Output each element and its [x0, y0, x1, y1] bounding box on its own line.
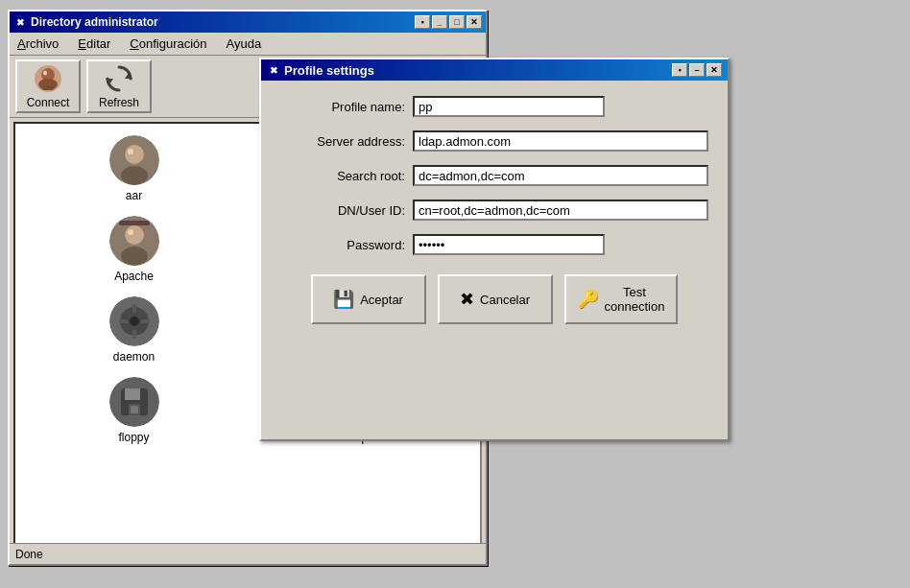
app-icon: ✖: [13, 15, 27, 29]
list-item[interactable]: aar: [23, 131, 245, 206]
svg-rect-40: [132, 330, 136, 339]
menu-bar: Archivo Editar Configuración Ayuda: [10, 33, 486, 56]
list-item[interactable]: daemon: [23, 293, 245, 367]
password-label: Password:: [280, 238, 405, 252]
avatar: [109, 216, 159, 266]
user-label: daemon: [113, 350, 155, 364]
refresh-label: Refresh: [99, 96, 139, 109]
search-root-input[interactable]: [413, 165, 708, 186]
dialog-buttons: 💾 Aceptar ✖ Cancelar 🔑 Testconnection: [280, 274, 708, 324]
profile-name-input[interactable]: [413, 96, 605, 117]
dialog-title-bar: ✖ Profile settings ▪ – ✕: [261, 59, 728, 81]
dialog-title-text: Profile settings: [284, 63, 374, 78]
svg-rect-38: [141, 319, 150, 323]
accept-button[interactable]: 💾 Aceptar: [311, 274, 426, 324]
menu-archivo[interactable]: Archivo: [13, 35, 62, 53]
svg-point-21: [128, 229, 133, 235]
menu-configuracion[interactable]: Configuración: [126, 35, 210, 53]
svg-point-9: [121, 166, 148, 185]
avatar: [109, 377, 159, 427]
server-address-input[interactable]: [413, 130, 708, 152]
avatar: [109, 135, 159, 185]
cancel-button[interactable]: ✖ Cancelar: [438, 274, 553, 324]
status-text: Done: [15, 548, 43, 561]
profile-name-label: Profile name:: [280, 100, 405, 114]
menu-editar[interactable]: Editar: [74, 35, 114, 53]
search-root-row: Search root:: [280, 165, 708, 186]
server-address-row: Server address:: [280, 130, 708, 152]
svg-rect-50: [125, 388, 140, 400]
dialog-minimize-button[interactable]: –: [689, 63, 705, 77]
dn-user-id-row: DN/User ID:: [280, 200, 708, 221]
test-connection-button[interactable]: 🔑 Testconnection: [564, 274, 679, 324]
avatar: [109, 296, 159, 346]
server-address-label: Server address:: [280, 134, 405, 149]
maximize-button[interactable]: □: [449, 15, 465, 29]
user-label: Apache: [114, 270, 154, 283]
refresh-button[interactable]: Refresh: [86, 59, 152, 113]
svg-point-8: [125, 145, 144, 164]
main-window-title: Directory administrator: [31, 15, 158, 29]
pin-button[interactable]: ▪: [415, 15, 430, 29]
minimize-button[interactable]: _: [432, 15, 447, 29]
svg-point-10: [128, 149, 133, 154]
svg-rect-4: [42, 86, 54, 90]
status-bar: Done: [10, 543, 486, 564]
connect-label: Connect: [27, 96, 70, 109]
main-title-bar: ✖ Directory administrator ▪ _ □ ✕: [10, 12, 486, 33]
dialog-form: Profile name: Server address: Search roo…: [261, 81, 728, 340]
dn-user-id-input[interactable]: [413, 200, 708, 221]
dialog-close-button[interactable]: ✕: [706, 63, 722, 77]
cancel-label: Cancelar: [480, 293, 530, 307]
dn-user-id-label: DN/User ID:: [280, 203, 405, 218]
test-icon: 🔑: [578, 289, 599, 310]
user-label: aar: [126, 189, 142, 202]
password-row: Password:: [280, 234, 708, 255]
user-label: floppy: [118, 431, 149, 444]
svg-point-3: [43, 71, 47, 76]
dialog-icon: ✖: [267, 63, 280, 77]
search-root-label: Search root:: [280, 169, 405, 183]
test-label: Testconnection: [605, 285, 665, 314]
close-button[interactable]: ✕: [467, 15, 482, 29]
profile-name-row: Profile name:: [280, 96, 708, 117]
password-input[interactable]: [413, 234, 605, 255]
menu-ayuda[interactable]: Ayuda: [223, 35, 266, 53]
svg-point-36: [130, 317, 139, 326]
cancel-icon: ✖: [460, 289, 474, 310]
accept-label: Aceptar: [360, 293, 403, 307]
connect-button[interactable]: Connect: [15, 59, 81, 113]
dialog-pin-button[interactable]: ▪: [672, 63, 687, 77]
svg-point-19: [125, 225, 144, 245]
svg-rect-52: [131, 406, 138, 413]
accept-icon: 💾: [333, 289, 354, 310]
svg-rect-22: [119, 221, 150, 225]
svg-point-20: [121, 247, 148, 266]
svg-rect-39: [132, 304, 136, 313]
svg-rect-37: [119, 319, 128, 323]
list-item[interactable]: floppy: [23, 373, 245, 448]
list-item[interactable]: Apache: [23, 212, 245, 287]
profile-dialog: ✖ Profile settings ▪ – ✕ Profile name: S…: [259, 58, 730, 441]
